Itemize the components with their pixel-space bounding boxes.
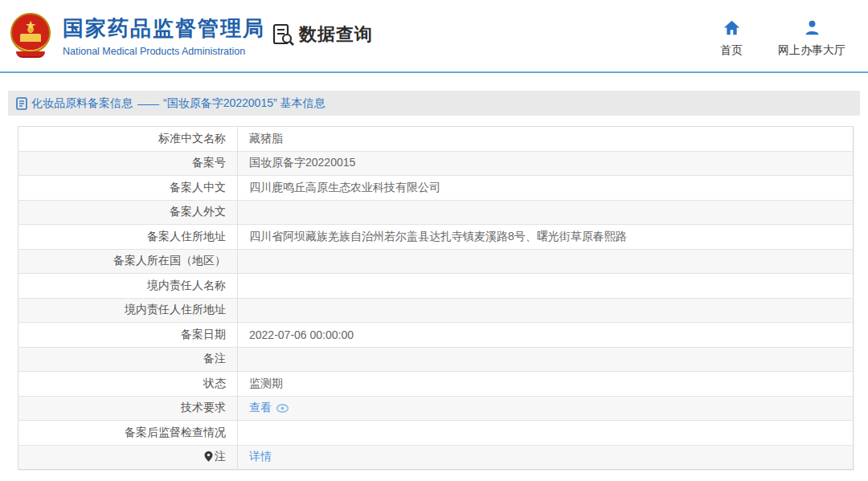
table-row: 备案后监督检查情况	[18, 421, 854, 446]
row-value	[238, 421, 854, 446]
view-link[interactable]: 查看	[249, 401, 272, 414]
document-search-icon	[272, 23, 294, 46]
row-label: 备案人中文	[18, 176, 238, 201]
row-value	[238, 249, 854, 274]
row-value	[238, 347, 854, 372]
row-value	[238, 298, 854, 323]
page-title: “国妆原备字20220015” 基本信息	[163, 96, 326, 111]
data-query-section: 数据查询	[272, 22, 373, 47]
breadcrumb-separator: ——	[137, 97, 158, 110]
filing-info-table: 标准中文名称藏猪脂备案号国妆原备字20220015备案人中文四川鹿鸣丘高原生态农…	[18, 126, 854, 470]
row-value: 监测期	[238, 372, 854, 397]
row-label: 境内责任人名称	[18, 274, 238, 299]
home-icon	[723, 19, 740, 36]
row-label: 注	[18, 445, 238, 470]
breadcrumb-section: 化妆品原料备案信息	[31, 96, 133, 111]
row-value	[238, 274, 854, 299]
row-value: 国妆原备字20220015	[238, 151, 854, 176]
row-label: 备案号	[18, 151, 238, 176]
pin-icon	[204, 451, 213, 464]
eye-icon[interactable]	[276, 403, 289, 416]
org-name-cn: 国家药品监督管理局	[63, 14, 265, 43]
row-label: 境内责任人住所地址	[18, 298, 238, 323]
table-row: 备案人外文	[18, 200, 854, 225]
brand: ★ 国家药品监督管理局 National Medical Products Ad…	[10, 11, 265, 59]
table-row: 备案人所在国（地区）	[18, 249, 854, 274]
row-value: 查看	[238, 396, 854, 421]
brand-text: 国家药品监督管理局 National Medical Products Admi…	[63, 14, 265, 57]
table-row: 备案号国妆原备字20220015	[18, 151, 854, 176]
table-row: 备注	[18, 347, 854, 372]
nav-item-home[interactable]: 首页	[720, 19, 743, 58]
national-emblem-icon: ★	[10, 11, 51, 59]
top-nav: 首页 网上办事大厅	[720, 19, 845, 58]
table-row: 备案人住所地址四川省阿坝藏族羌族自治州若尔盖县达扎寺镇麦溪路8号、曙光街草原春熙…	[18, 225, 854, 250]
table-row: 标准中文名称藏猪脂	[18, 127, 854, 152]
row-value: 2022-07-06 00:00:00	[238, 323, 854, 348]
filing-table-body: 标准中文名称藏猪脂备案号国妆原备字20220015备案人中文四川鹿鸣丘高原生态农…	[18, 127, 854, 470]
table-row: 境内责任人住所地址	[18, 298, 854, 323]
row-label: 备案日期	[18, 323, 238, 348]
row-label: 备案后监督检查情况	[18, 421, 238, 446]
row-label: 状态	[18, 372, 238, 397]
nav-label: 网上办事大厅	[778, 43, 845, 58]
table-row: 备案人中文四川鹿鸣丘高原生态农业科技有限公司	[18, 176, 854, 201]
page-header: ★ 国家药品监督管理局 National Medical Products Ad…	[0, 0, 868, 73]
row-label: 备案人住所地址	[18, 225, 238, 250]
details-link[interactable]: 详情	[249, 450, 272, 463]
table-row: 技术要求查看	[18, 396, 854, 421]
row-value: 四川省阿坝藏族羌族自治州若尔盖县达扎寺镇麦溪路8号、曙光街草原春熙路	[238, 225, 854, 250]
nav-item-service-hall[interactable]: 网上办事大厅	[778, 19, 845, 58]
user-icon	[804, 19, 821, 36]
row-value	[238, 200, 854, 225]
org-name-en: National Medical Products Administration	[63, 46, 265, 57]
table-row: 状态监测期	[18, 372, 854, 397]
table-row: 备案日期2022-07-06 00:00:00	[18, 323, 854, 348]
table-row: 注详情	[18, 445, 854, 470]
breadcrumb: 化妆品原料备案信息 —— “国妆原备字20220015” 基本信息	[8, 91, 860, 116]
row-label: 备案人所在国（地区）	[18, 249, 238, 274]
row-label: 标准中文名称	[18, 127, 238, 152]
row-label: 备案人外文	[18, 200, 238, 225]
section-title: 数据查询	[299, 22, 373, 47]
document-icon	[16, 97, 27, 110]
nav-label: 首页	[720, 43, 743, 58]
table-row: 境内责任人名称	[18, 274, 854, 299]
row-value: 详情	[238, 445, 854, 470]
row-value: 藏猪脂	[238, 127, 854, 152]
row-label: 技术要求	[18, 396, 238, 421]
row-value: 四川鹿鸣丘高原生态农业科技有限公司	[238, 176, 854, 201]
row-label: 备注	[18, 347, 238, 372]
